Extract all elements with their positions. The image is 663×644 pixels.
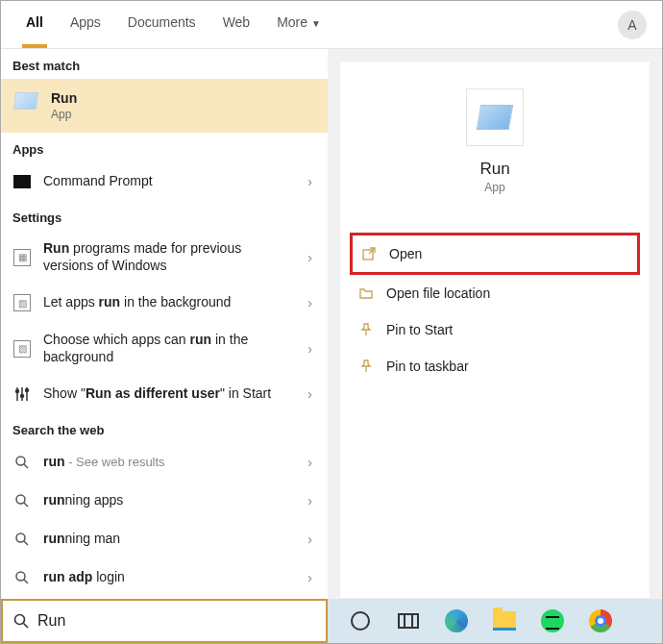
section-header-apps: Apps bbox=[1, 133, 328, 162]
svg-line-11 bbox=[24, 541, 28, 545]
section-header-web: Search the web bbox=[1, 413, 328, 443]
result-web-run-adp[interactable]: run adp login › bbox=[1, 558, 328, 597]
taskbar bbox=[328, 599, 662, 643]
folder-icon bbox=[357, 285, 375, 302]
taskbar-task-view-icon[interactable] bbox=[395, 607, 422, 634]
search-icon bbox=[12, 491, 32, 510]
search-icon bbox=[12, 612, 30, 630]
preview-actions: Open Open file location Pin to Start Pin… bbox=[340, 233, 650, 384]
chevron-right-icon[interactable]: › bbox=[307, 532, 316, 547]
result-label: Command Prompt bbox=[43, 173, 296, 190]
tab-more[interactable]: More▼ bbox=[263, 1, 334, 48]
chevron-down-icon: ▼ bbox=[311, 18, 321, 29]
result-label: Show "Run as different user" in Start bbox=[43, 385, 296, 403]
result-web-run[interactable]: run - See web results › bbox=[1, 443, 328, 482]
run-app-icon bbox=[14, 92, 39, 111]
best-match-subtitle: App bbox=[51, 108, 316, 121]
action-pin-to-taskbar[interactable]: Pin to taskbar bbox=[350, 348, 640, 384]
svg-point-10 bbox=[16, 533, 25, 542]
pin-icon bbox=[357, 321, 375, 338]
chevron-right-icon[interactable]: › bbox=[307, 493, 316, 508]
chevron-right-icon[interactable]: › bbox=[307, 250, 316, 265]
best-match-title: Run bbox=[51, 90, 316, 106]
result-label: Run programs made for previous versions … bbox=[43, 240, 296, 274]
result-web-running-man[interactable]: running man › bbox=[1, 520, 328, 558]
taskbar-explorer-icon[interactable] bbox=[491, 607, 518, 634]
svg-point-5 bbox=[26, 389, 29, 392]
tabs: All Apps Documents Web More▼ bbox=[12, 1, 334, 48]
search-icon bbox=[12, 453, 32, 472]
svg-point-15 bbox=[15, 615, 25, 625]
search-icon bbox=[12, 530, 32, 549]
svg-point-3 bbox=[16, 390, 19, 393]
result-setting-background-apps[interactable]: ▧ Let apps run in the background › bbox=[1, 284, 328, 322]
preview-title: Run bbox=[340, 160, 650, 179]
tab-apps[interactable]: Apps bbox=[57, 1, 114, 48]
action-open-file-location[interactable]: Open file location bbox=[350, 275, 640, 311]
chevron-right-icon[interactable]: › bbox=[307, 295, 316, 310]
user-avatar[interactable]: A bbox=[618, 11, 647, 39]
search-bar[interactable] bbox=[1, 599, 328, 643]
section-header-settings: Settings bbox=[1, 201, 328, 231]
svg-line-9 bbox=[24, 503, 28, 507]
preview-pane: Run App Open Open file location Pin to bbox=[339, 61, 651, 599]
taskbar-spotify-icon[interactable] bbox=[539, 607, 566, 634]
chevron-right-icon[interactable]: › bbox=[307, 570, 316, 585]
preview-subtitle: App bbox=[340, 181, 650, 194]
svg-line-16 bbox=[24, 624, 29, 629]
result-label: run - See web results bbox=[43, 454, 296, 471]
chevron-right-icon[interactable]: › bbox=[307, 455, 316, 470]
top-tabs-bar: All Apps Documents Web More▼ A bbox=[1, 1, 662, 49]
result-setting-choose-apps[interactable]: ▧ Choose which apps can run in the backg… bbox=[1, 322, 328, 375]
tab-web[interactable]: Web bbox=[209, 1, 264, 48]
run-app-icon bbox=[466, 88, 524, 146]
sliders-icon bbox=[12, 384, 32, 404]
action-label: Open file location bbox=[386, 285, 490, 301]
svg-point-8 bbox=[16, 495, 25, 504]
preview-hero: Run App bbox=[340, 62, 650, 194]
action-label: Pin to Start bbox=[386, 322, 453, 337]
result-setting-previous-versions[interactable]: ▦ Run programs made for previous version… bbox=[1, 231, 328, 284]
result-web-running-apps[interactable]: running apps › bbox=[1, 482, 328, 520]
result-label: Choose which apps can run in the backgro… bbox=[43, 332, 296, 365]
action-pin-to-start[interactable]: Pin to Start bbox=[350, 311, 640, 348]
open-icon bbox=[360, 245, 378, 262]
svg-line-7 bbox=[24, 464, 28, 468]
search-input[interactable] bbox=[37, 612, 316, 630]
settings-icon: ▧ bbox=[12, 293, 32, 312]
chevron-right-icon[interactable]: › bbox=[307, 341, 316, 357]
result-label: Let apps run in the background bbox=[43, 294, 296, 311]
settings-icon: ▦ bbox=[12, 248, 32, 267]
svg-line-13 bbox=[24, 580, 28, 583]
result-command-prompt[interactable]: Command Prompt › bbox=[1, 162, 328, 201]
taskbar-cortana-icon[interactable] bbox=[347, 607, 374, 634]
result-setting-run-as-user[interactable]: Show "Run as different user" in Start › bbox=[1, 375, 328, 413]
svg-point-12 bbox=[16, 572, 25, 581]
main-area: Best match Run App Apps Command Prompt ›… bbox=[1, 49, 662, 599]
action-open[interactable]: Open bbox=[350, 233, 640, 275]
taskbar-edge-icon[interactable] bbox=[443, 607, 470, 634]
svg-point-4 bbox=[21, 395, 24, 398]
action-label: Open bbox=[389, 246, 422, 261]
tab-all[interactable]: All bbox=[12, 1, 57, 48]
chevron-right-icon[interactable]: › bbox=[307, 174, 316, 189]
result-label: running apps bbox=[43, 492, 296, 509]
command-prompt-icon bbox=[12, 172, 32, 191]
section-header-best-match: Best match bbox=[1, 49, 328, 79]
search-icon bbox=[12, 568, 32, 587]
result-label: run adp login bbox=[43, 569, 296, 586]
result-label: running man bbox=[43, 531, 296, 548]
settings-icon: ▧ bbox=[12, 339, 32, 359]
results-pane: Best match Run App Apps Command Prompt ›… bbox=[1, 49, 328, 599]
action-label: Pin to taskbar bbox=[386, 359, 469, 374]
svg-point-6 bbox=[16, 457, 25, 465]
taskbar-chrome-icon[interactable] bbox=[587, 607, 614, 634]
chevron-right-icon[interactable]: › bbox=[307, 386, 316, 402]
tab-documents[interactable]: Documents bbox=[114, 1, 209, 48]
pin-icon bbox=[357, 358, 375, 375]
best-match-item[interactable]: Run App bbox=[1, 79, 328, 133]
